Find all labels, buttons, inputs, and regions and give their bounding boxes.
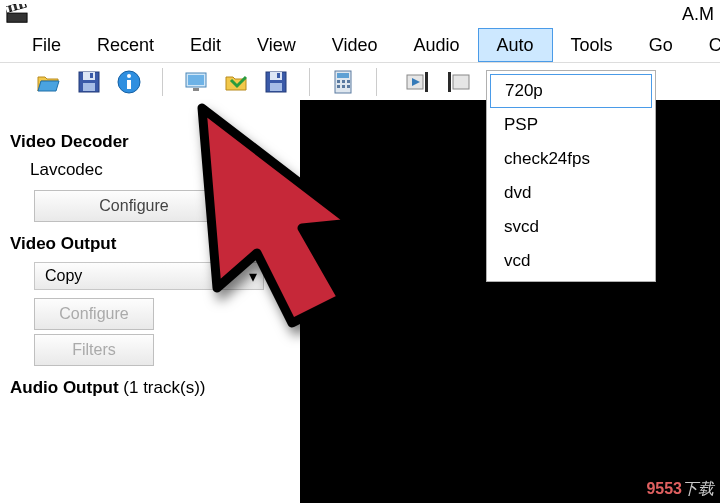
svg-rect-30 <box>453 75 469 89</box>
menu-audio[interactable]: Audio <box>396 28 478 62</box>
svg-rect-19 <box>277 73 280 78</box>
folder-open-icon[interactable] <box>34 67 64 97</box>
svg-rect-12 <box>127 80 131 89</box>
audio-output-tracks: (1 track(s)) <box>123 378 205 397</box>
title-fragment: A.M <box>682 4 714 24</box>
auto-dropdown: 720p PSP check24fps dvd svcd vcd <box>486 70 656 282</box>
demo-cursor-arrow <box>152 78 412 338</box>
watermark-suffix: 下载 <box>682 480 714 497</box>
watermark: 9553下载 <box>646 479 714 500</box>
menu-edit[interactable]: Edit <box>172 28 239 62</box>
play-marker-b-icon[interactable] <box>443 67 473 97</box>
svg-rect-31 <box>448 72 451 92</box>
menu-custom[interactable]: Cust <box>691 28 720 62</box>
svg-rect-8 <box>83 83 95 91</box>
dropdown-item-check24fps[interactable]: check24fps <box>490 142 652 176</box>
menu-file[interactable]: File <box>14 28 79 62</box>
menu-recent[interactable]: Recent <box>79 28 172 62</box>
filters-button[interactable]: Filters <box>34 334 154 366</box>
floppy-save-icon[interactable] <box>74 67 104 97</box>
watermark-brand: 9553 <box>646 480 682 497</box>
svg-point-11 <box>127 74 131 78</box>
menu-auto[interactable]: Auto <box>478 28 553 62</box>
menu-video[interactable]: Video <box>314 28 396 62</box>
audio-output-title: Audio Output (1 track(s)) <box>10 378 290 398</box>
dropdown-item-svcd[interactable]: svcd <box>490 210 652 244</box>
menu-view[interactable]: View <box>239 28 314 62</box>
dropdown-item-psp[interactable]: PSP <box>490 108 652 142</box>
svg-rect-29 <box>425 72 428 92</box>
clapperboard-icon <box>6 4 28 24</box>
app-window: A.M File Recent Edit View Video Audio Au… <box>0 0 720 503</box>
title-bar: A.M <box>0 0 720 28</box>
info-icon[interactable] <box>114 67 144 97</box>
menu-tools[interactable]: Tools <box>553 28 631 62</box>
dropdown-item-vcd[interactable]: vcd <box>490 244 652 278</box>
dropdown-item-720p[interactable]: 720p <box>490 74 652 108</box>
svg-rect-21 <box>337 73 349 78</box>
svg-rect-9 <box>90 73 93 78</box>
svg-rect-0 <box>7 13 27 22</box>
menubar: File Recent Edit View Video Audio Auto T… <box>0 28 720 62</box>
menu-go[interactable]: Go <box>631 28 691 62</box>
svg-rect-7 <box>83 72 95 80</box>
configure-output-button[interactable]: Configure <box>34 298 154 330</box>
dropdown-item-dvd[interactable]: dvd <box>490 176 652 210</box>
video-output-value: Copy <box>45 267 82 285</box>
